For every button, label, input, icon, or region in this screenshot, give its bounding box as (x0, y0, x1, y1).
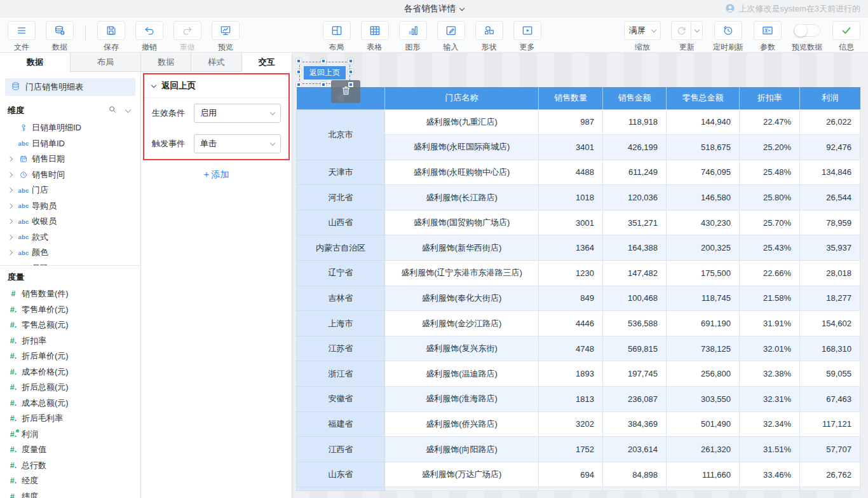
sidebar-tab-layout[interactable]: 布局 (70, 53, 140, 72)
more-button[interactable]: 更多 (513, 21, 541, 53)
table-row[interactable]: 江西省盛利服饰(向阳路店)1752203,614261,32031.51%57,… (297, 437, 860, 462)
province-cell: 天津市 (297, 160, 385, 185)
expand-chevron-icon[interactable] (5, 188, 15, 192)
expand-chevron-icon[interactable] (5, 173, 15, 177)
discount-rate-cell: 31.51% (740, 437, 800, 462)
table-row[interactable]: 天津市盛利服饰(永旺购物中心店)4488611,249746,09525.48%… (297, 160, 860, 185)
sales-table[interactable]: 省门店名称销售数量销售金额零售总金额折扣率利润 北京市盛利服饰(九重汇店)987… (296, 87, 860, 491)
table-row[interactable]: 安徽省盛利服饰(淮海路店)1813236,087303,55032.31%67,… (297, 387, 860, 412)
selection-handle[interactable] (296, 59, 301, 64)
selection-handle[interactable] (321, 82, 326, 87)
chevron-down-icon[interactable] (125, 107, 132, 113)
selection-handle[interactable] (296, 82, 301, 87)
measure-label: 纬度 (22, 491, 38, 498)
report-title-dropdown[interactable]: 各省销售详情 (404, 0, 464, 18)
dimension-label: 收银员 (32, 216, 57, 227)
info-button[interactable]: 信息 (832, 21, 860, 53)
sales-qty-cell: 3401 (539, 135, 603, 160)
params-button[interactable]: X=参数 (754, 21, 782, 53)
layout-button[interactable]: 布局 (323, 21, 351, 53)
dimension-item[interactable]: 销售日期 (0, 151, 140, 167)
selection-outline[interactable] (299, 62, 350, 84)
selection-handle[interactable] (348, 82, 353, 87)
measure-item[interactable]: #销售数量(件) (0, 286, 140, 302)
table-row[interactable]: 福建省盛利服饰(侨兴路店)3202384,369501,49032.34%117… (297, 412, 860, 437)
measure-item[interactable]: #.折扣率 (0, 333, 140, 349)
table-row[interactable]: 北京市盛利服饰(九重汇店)987118,918144,94022.47%26,0… (297, 109, 860, 135)
input-button[interactable]: 输入 (437, 21, 465, 53)
measure-item[interactable]: #.成本总额(元) (0, 396, 140, 412)
dimension-item[interactable]: abc门店 (0, 183, 140, 198)
redo-button[interactable]: 重做 (173, 21, 201, 53)
shape-button[interactable]: 形状 (475, 21, 503, 53)
table-row[interactable]: 河北省盛利服饰(长江路店)1018120,036146,58025.80%26,… (297, 185, 860, 211)
dimension-item[interactable]: abc尺码 (0, 261, 140, 266)
refresh-button[interactable]: 更新 (671, 21, 703, 53)
measures-header: 度量 (0, 266, 140, 286)
dataset-item[interactable]: 门店销售明细表 (5, 78, 135, 96)
selection-handle[interactable] (296, 69, 301, 74)
expand-chevron-icon[interactable] (5, 219, 15, 223)
selection-handle[interactable] (348, 59, 353, 64)
panel-tab-style[interactable]: 样式 (191, 53, 241, 72)
selection-handle[interactable] (348, 69, 353, 74)
chart-button[interactable]: 图形 (399, 21, 427, 53)
search-icon[interactable] (108, 105, 117, 116)
interaction-section-header[interactable]: 返回上页 (144, 74, 288, 98)
measure-item[interactable]: #.经度 (0, 473, 140, 489)
table-row[interactable]: 吉林省盛利服饰(奉化大街店)849100,468118,74521.58%18,… (297, 286, 860, 311)
effective-condition-select[interactable]: 启用 (194, 104, 281, 123)
measure-item[interactable]: #.纬度 (0, 489, 140, 498)
preview-button[interactable]: 预览 (212, 21, 240, 53)
dashboard-canvas[interactable]: 返回上页 省门店名称销售数量销售金额零售总金额折扣率利润 北京市盛利服饰(九重汇… (292, 53, 868, 498)
save-button[interactable]: 保存 (97, 21, 125, 53)
selection-handle[interactable] (321, 59, 326, 64)
table-row[interactable]: 山西省盛利服饰(国贸购物广场店)3001351,271430,23025.70%… (297, 210, 860, 235)
undo-button[interactable]: 撤销 (135, 21, 163, 53)
measure-item[interactable]: #.折后单价(元) (0, 349, 140, 364)
province-cell: 山西省 (297, 210, 385, 235)
table-row[interactable]: 辽宁省盛利服饰(辽宁东港市东港路三店)1230147,482175,50022.… (297, 261, 860, 286)
dimension-item[interactable]: abc颜色 (0, 245, 140, 261)
table-row[interactable]: 山东省盛利服饰(万达广场店)69484,898111,66033.46%26,7… (297, 462, 860, 487)
expand-chevron-icon[interactable] (5, 251, 15, 254)
table-row[interactable]: 内蒙古自治区盛利服饰(新华西街店)1364164,388200,32525.43… (297, 235, 860, 261)
table-row[interactable]: 江苏省盛利服饰(复兴东街)4748569,815738,12532.01%168… (297, 336, 860, 361)
chevron-down-icon[interactable] (691, 21, 703, 40)
data-button[interactable]: 数据 (46, 21, 74, 53)
dimension-item[interactable]: abc日销单ID (0, 136, 140, 152)
dimension-item[interactable]: abc款式 (0, 230, 140, 246)
measure-label: 折后总额(元) (22, 382, 69, 393)
dimension-item[interactable]: 日销单明细ID (0, 120, 140, 136)
panel-tab-interaction[interactable]: 交互 (241, 53, 292, 72)
store-name-cell: 盛利服饰(永旺国际商城店) (385, 135, 539, 160)
measure-item[interactable]: #.零售总额(元) (0, 317, 140, 333)
table-row[interactable]: 浙江省盛利服饰(温迪路店)1893197,745256,80032.38%59,… (297, 361, 860, 387)
add-interaction-button[interactable]: +添加 (141, 160, 292, 189)
measure-item[interactable]: #.度量值 (0, 442, 140, 458)
measure-item[interactable]: #.总行数 (0, 458, 140, 474)
panel-tab-data[interactable]: 数据 (141, 53, 191, 72)
table-button[interactable]: 表格 (361, 21, 389, 53)
expand-chevron-icon[interactable] (5, 157, 15, 161)
measure-item[interactable]: #.折后总额(元) (0, 380, 140, 396)
scheduled-refresh-button[interactable]: 定时刷新 (713, 21, 743, 53)
discount-rate-cell: 25.70% (740, 210, 800, 235)
expand-chevron-icon[interactable] (5, 235, 15, 239)
discount-rate-cell: 25.20% (740, 135, 800, 160)
measure-item[interactable]: #.零售单价(元) (0, 302, 140, 318)
file-button[interactable]: 文件 (8, 21, 36, 53)
measure-item[interactable]: #.成本价格(元) (0, 364, 140, 380)
sidebar-tab-data[interactable]: 数据 (0, 53, 70, 72)
measure-item[interactable]: #.利润 (0, 427, 140, 443)
zoom-select[interactable]: 满屏缩放 (624, 21, 661, 53)
dimension-item[interactable]: abc收银员 (0, 214, 140, 230)
measure-item[interactable]: #.折后毛利率 (0, 411, 140, 427)
dimension-item[interactable]: 销售时间 (0, 167, 140, 183)
table-row[interactable]: 上海市盛利服饰(金沙江路店)4446536,588691,19031.91%15… (297, 311, 860, 336)
dimension-item[interactable]: abc导购员 (0, 198, 140, 214)
preview-data-toggle[interactable]: 预览数据 (792, 21, 822, 53)
expand-chevron-icon[interactable] (5, 204, 15, 208)
discount-rate-cell: 25.43% (740, 235, 800, 261)
trigger-event-select[interactable]: 单击 (194, 134, 281, 153)
